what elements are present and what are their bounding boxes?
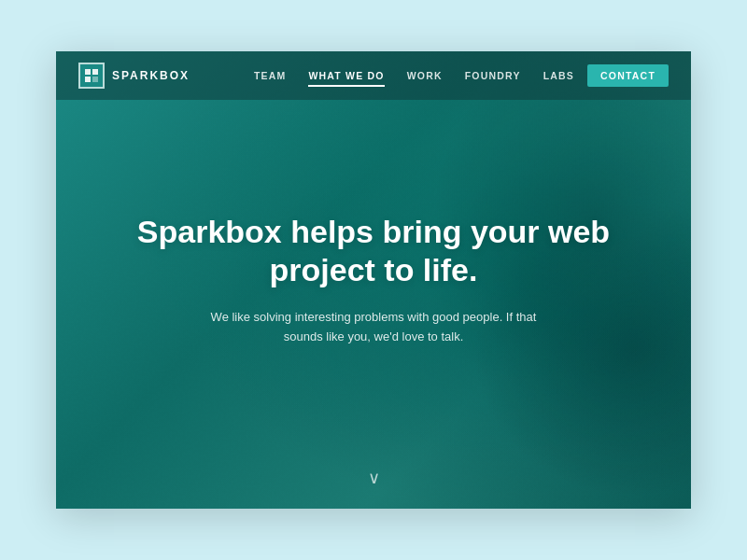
browser-window: SPARKBOX TEAM WHAT WE DO WORK FOUNDRY LA… xyxy=(56,51,691,509)
hero-content: Sparkbox helps bring your web project to… xyxy=(56,51,691,509)
svg-rect-0 xyxy=(85,69,91,75)
nav-team[interactable]: TEAM xyxy=(245,64,296,87)
nav-labs[interactable]: LABS xyxy=(534,64,584,87)
logo-icon xyxy=(78,63,105,89)
scroll-indicator[interactable]: ∨ xyxy=(368,468,380,488)
nav-what-we-do[interactable]: WHAT WE DO xyxy=(299,64,393,87)
nav-foundry[interactable]: FOUNDRY xyxy=(456,64,530,87)
hero-subtitle: We like solving interesting problems wit… xyxy=(205,308,542,347)
nav-links: TEAM WHAT WE DO WORK FOUNDRY LABS CONTAC… xyxy=(245,64,669,87)
hero-title: Sparkbox helps bring your web project to… xyxy=(131,213,616,289)
svg-rect-1 xyxy=(92,69,98,75)
navbar: SPARKBOX TEAM WHAT WE DO WORK FOUNDRY LA… xyxy=(56,51,691,100)
logo-area[interactable]: SPARKBOX xyxy=(78,63,190,89)
hero-section: SPARKBOX TEAM WHAT WE DO WORK FOUNDRY LA… xyxy=(56,51,691,509)
nav-contact[interactable]: CONTACT xyxy=(587,64,669,87)
svg-rect-3 xyxy=(92,77,98,82)
svg-rect-2 xyxy=(85,77,91,82)
nav-work[interactable]: WORK xyxy=(398,64,452,87)
logo-text: SPARKBOX xyxy=(112,69,190,82)
